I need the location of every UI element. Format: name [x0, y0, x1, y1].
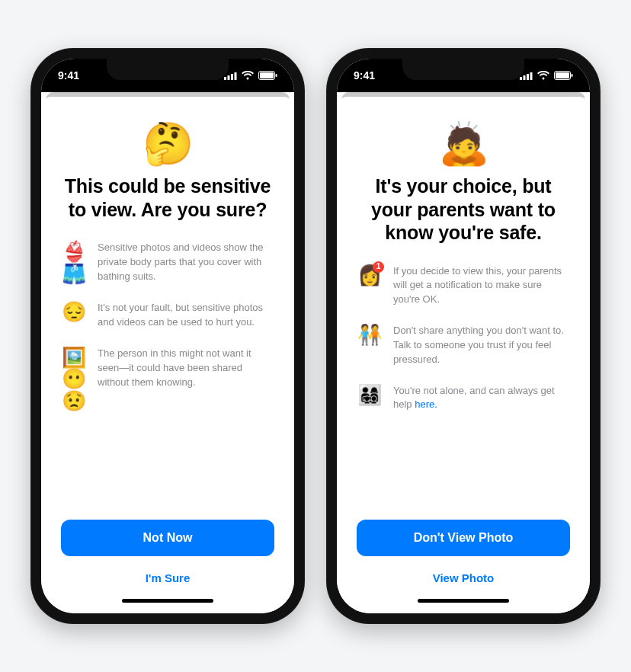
- modal-sheet: 🙇 It's your choice, but your parents wan…: [337, 97, 590, 613]
- bullet-text: It's not your fault, but sensitive photo…: [98, 301, 274, 330]
- notch: [402, 59, 524, 80]
- bullet-text: If you decide to view this, your parents…: [393, 264, 570, 308]
- bullet-item: 🖼️😶😟 The person in this might not want i…: [61, 347, 274, 412]
- wifi-icon: [242, 71, 254, 80]
- view-photo-button[interactable]: View Photo: [357, 561, 570, 594]
- svg-rect-8: [524, 75, 526, 80]
- bullet-item: 🧑‍🤝‍🧑 Don't share anything you don't wan…: [357, 324, 570, 367]
- battery-icon: [258, 71, 277, 80]
- svg-rect-2: [231, 74, 233, 80]
- swimsuit-icon: 👙🩳: [61, 241, 87, 284]
- people-icon: 🧑‍🤝‍🧑: [357, 324, 383, 346]
- family-icon: 👨‍👩‍👧‍👦: [357, 384, 383, 406]
- dont-view-photo-button[interactable]: Don't View Photo: [357, 520, 570, 556]
- bullet-list: 👩 1 If you decide to view this, your par…: [357, 264, 570, 413]
- not-now-button[interactable]: Not Now: [61, 520, 274, 556]
- bullet-item: 😔 It's not your fault, but sensitive pho…: [61, 301, 274, 330]
- bullet-item: 👩 1 If you decide to view this, your par…: [357, 264, 570, 308]
- svg-rect-13: [572, 74, 573, 77]
- bullet-text: Don't share anything you don't want to. …: [393, 324, 570, 367]
- modal-title: It's your choice, but your parents want …: [357, 174, 570, 245]
- wifi-icon: [537, 71, 549, 80]
- bullet-item: 👨‍👩‍👧‍👦 You're not alone, and can always…: [357, 384, 570, 413]
- framed-picture-icon: 🖼️😶😟: [61, 347, 87, 412]
- bullet-text: The person in this might not want it see…: [98, 347, 274, 390]
- svg-rect-6: [276, 74, 277, 77]
- svg-rect-1: [228, 75, 230, 80]
- svg-rect-10: [530, 72, 533, 80]
- bullet-item: 👙🩳 Sensitive photos and videos show the …: [61, 241, 274, 284]
- phone-right: 9:41 🙇 It's your choice, but your parent…: [326, 48, 601, 624]
- screen: 9:41 🤔 This could be sensitive to view. …: [41, 59, 294, 613]
- modal-title: This could be sensitive to view. Are you…: [61, 174, 274, 221]
- notch: [107, 59, 229, 80]
- phone-left: 9:41 🤔 This could be sensitive to view. …: [30, 48, 305, 624]
- notification-badge: 1: [373, 261, 384, 273]
- person-bowing-icon: 🙇: [357, 123, 570, 164]
- bullet-list: 👙🩳 Sensitive photos and videos show the …: [61, 241, 274, 412]
- svg-rect-3: [235, 72, 237, 80]
- im-sure-button[interactable]: I'm Sure: [61, 561, 274, 594]
- svg-rect-5: [260, 72, 274, 78]
- svg-rect-7: [520, 77, 522, 80]
- parent-avatar-icon: 👩 1: [357, 264, 383, 286]
- svg-rect-12: [556, 72, 569, 78]
- svg-rect-9: [527, 74, 529, 80]
- home-indicator: [418, 599, 509, 603]
- battery-icon: [554, 71, 573, 80]
- screen: 9:41 🙇 It's your choice, but your parent…: [337, 59, 590, 613]
- help-link[interactable]: here.: [415, 398, 437, 410]
- svg-rect-0: [224, 77, 226, 80]
- home-indicator: [122, 599, 213, 603]
- status-time: 9:41: [58, 69, 79, 82]
- thinking-face-icon: 🤔: [61, 123, 274, 164]
- modal-sheet: 🤔 This could be sensitive to view. Are y…: [41, 97, 294, 613]
- bullet-text: You're not alone, and can always get hel…: [393, 384, 570, 413]
- pensive-face-icon: 😔: [61, 301, 87, 323]
- bullet-text: Sensitive photos and videos show the pri…: [98, 241, 274, 284]
- status-time: 9:41: [354, 69, 375, 82]
